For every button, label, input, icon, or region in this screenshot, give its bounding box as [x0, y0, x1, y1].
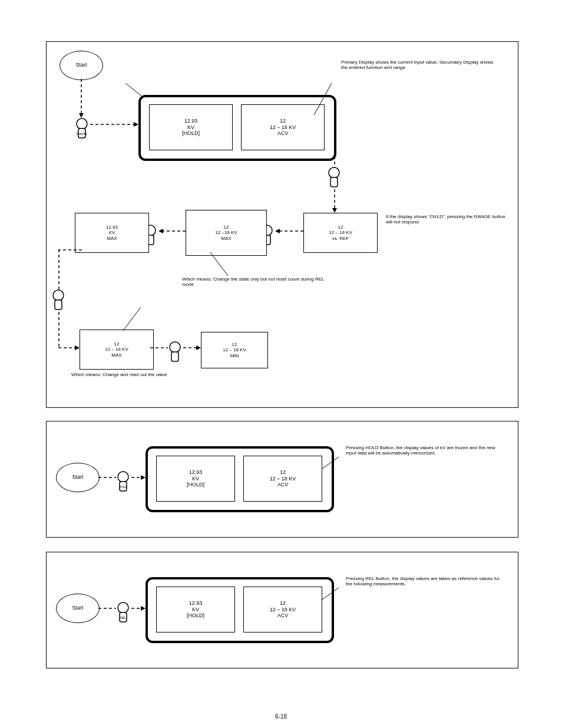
p1b-l2: 12 – 18 KV: [270, 124, 296, 130]
panel-2: Start HOLD 12.93 KV [HOLD] 12 12 – 18 KV…: [46, 421, 518, 538]
twin-display-3a: 12.93 KV [HOLD]: [156, 587, 235, 633]
twin-annotation: Primary Display shows the current input …: [341, 60, 500, 70]
svg-marker-5: [134, 122, 138, 127]
svg-line-7: [314, 83, 332, 115]
svg-marker-51: [141, 606, 146, 611]
svg-marker-1: [79, 113, 84, 118]
svg-point-40: [118, 472, 128, 482]
svg-rect-10: [330, 177, 338, 187]
panel2-annot: Pressing HOLD Button, the display values…: [346, 445, 505, 456]
page-number: 6-18: [0, 713, 562, 720]
twin-display-2a: 12.93 KV [HOLD]: [156, 456, 235, 502]
range-icon-label: RANGE: [77, 132, 87, 136]
svg-point-28: [53, 290, 64, 301]
svg-point-9: [329, 167, 339, 178]
twin-display-1a: 12.93 KV [HOLD]: [149, 104, 233, 150]
svg-marker-32: [75, 345, 80, 350]
box-b4: 12.93 KV MAX: [75, 213, 149, 253]
svg-point-2: [77, 118, 87, 129]
range-icon-6: [167, 341, 183, 365]
svg-line-45: [322, 457, 339, 469]
svg-marker-44: [141, 475, 146, 480]
hold-icon: HOLD: [115, 471, 131, 495]
panel3-annot: Pressing REL Button, the display values …: [346, 576, 505, 587]
p1b-l1: 12: [270, 118, 296, 124]
svg-rect-36: [171, 352, 178, 361]
p1a-l2: KV: [182, 124, 200, 130]
twin-display-3: 12.93 KV [HOLD] 12 12 – 18 KV ACV: [146, 577, 334, 643]
box-b2: 12 12 – 18 KV vs. REF: [303, 213, 378, 253]
svg-line-33: [123, 307, 141, 331]
panel-1: Start RANGE 12.93 KV [HOLD] 12: [46, 41, 518, 408]
svg-marker-12: [332, 208, 337, 213]
range-icon-1: RANGE: [74, 118, 90, 141]
box-b6: 12 12 – 18 KV MIN: [201, 332, 268, 368]
twin-display-3b: 12 12 – 18 KV ACV: [243, 587, 322, 633]
p1b-l3: ACV: [270, 130, 296, 136]
svg-line-6: [125, 83, 143, 97]
svg-line-52: [322, 588, 339, 599]
svg-marker-21: [158, 229, 163, 233]
start-node-3: Start: [56, 594, 100, 623]
svg-text:HOLD: HOLD: [119, 485, 127, 489]
b5-annotation: Which means: Change and read out the val…: [71, 372, 201, 377]
panel-3: Start REL 12.93 KV [HOLD] 12 12 – 18 KV …: [46, 552, 518, 668]
b3-annotation: Which means: Change the state only but n…: [182, 276, 335, 287]
svg-marker-38: [196, 345, 201, 350]
twin-display-1: 12.93 KV [HOLD] 12 12 – 18 KV ACV: [138, 95, 336, 161]
start-node-1: Start: [59, 51, 103, 80]
svg-point-47: [118, 602, 128, 613]
svg-marker-14: [275, 229, 280, 233]
box-b3: 12 12 –18 KV MAX: [186, 210, 267, 256]
page: Start RANGE 12.93 KV [HOLD] 12: [0, 0, 562, 728]
box-b5: 12 12 – 18 KV MAX: [80, 330, 154, 370]
twin-display-2: 12.93 KV [HOLD] 12 12 – 18 KV ACV: [146, 446, 334, 512]
p1a-l1: 12.93: [182, 118, 200, 124]
svg-text:REL: REL: [120, 616, 126, 620]
p1a-l3: [HOLD]: [182, 130, 200, 136]
svg-point-35: [170, 342, 180, 353]
range-icon-5: [50, 289, 67, 313]
twin-display-1b: 12 12 – 18 KV ACV: [241, 104, 325, 150]
twin-display-2b: 12 12 – 18 KV ACV: [243, 456, 322, 502]
svg-rect-29: [55, 300, 62, 309]
range-note: If the display shows "OVLD", pressing th…: [386, 214, 510, 225]
rel-icon: REL: [115, 602, 131, 625]
svg-line-19: [210, 252, 228, 276]
range-icon-2: [326, 167, 342, 190]
start-label: Start: [75, 62, 87, 68]
start-node-2: Start: [56, 463, 100, 492]
